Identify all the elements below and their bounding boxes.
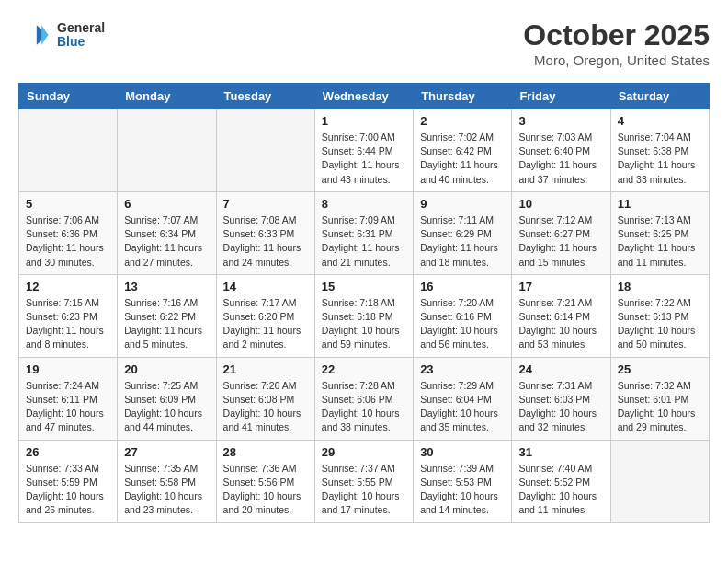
day-info: Sunrise: 7:08 AM Sunset: 6:33 PM Dayligh… (223, 213, 308, 270)
day-cell-2: 2Sunrise: 7:02 AM Sunset: 6:42 PM Daylig… (414, 109, 512, 192)
weekday-header-sunday: Sunday (19, 84, 118, 109)
day-number: 15 (322, 280, 406, 293)
logo-general-text: General (57, 21, 105, 35)
day-number: 5 (26, 197, 110, 211)
day-info: Sunrise: 7:39 AM Sunset: 5:53 PM Dayligh… (420, 462, 505, 518)
week-row-3: 12Sunrise: 7:15 AM Sunset: 6:23 PM Dayli… (19, 274, 710, 357)
day-info: Sunrise: 7:15 AM Sunset: 6:23 PM Dayligh… (26, 296, 110, 352)
day-number: 20 (124, 362, 209, 376)
logo: General Blue (18, 18, 105, 52)
day-info: Sunrise: 7:00 AM Sunset: 6:44 PM Dayligh… (322, 131, 406, 187)
day-info: Sunrise: 7:33 AM Sunset: 5:59 PM Dayligh… (26, 462, 110, 518)
day-number: 19 (26, 362, 110, 376)
day-info: Sunrise: 7:18 AM Sunset: 6:18 PM Dayligh… (322, 296, 406, 352)
weekday-header-tuesday: Tuesday (216, 84, 314, 109)
day-number: 10 (518, 197, 603, 211)
day-info: Sunrise: 7:09 AM Sunset: 6:31 PM Dayligh… (322, 213, 406, 270)
week-row-2: 5Sunrise: 7:06 AM Sunset: 6:36 PM Daylig… (19, 191, 710, 274)
day-cell-8: 8Sunrise: 7:09 AM Sunset: 6:31 PM Daylig… (314, 191, 413, 274)
day-cell-28: 28Sunrise: 7:36 AM Sunset: 5:56 PM Dayli… (216, 440, 314, 523)
day-number: 1 (322, 114, 406, 128)
day-info: Sunrise: 7:28 AM Sunset: 6:06 PM Dayligh… (322, 379, 406, 435)
day-cell-25: 25Sunrise: 7:32 AM Sunset: 6:01 PM Dayli… (610, 357, 709, 440)
day-number: 3 (518, 114, 603, 128)
day-info: Sunrise: 7:21 AM Sunset: 6:14 PM Dayligh… (518, 296, 603, 352)
svg-marker-1 (41, 25, 48, 45)
day-info: Sunrise: 7:36 AM Sunset: 5:56 PM Dayligh… (223, 462, 308, 518)
weekday-header-row: SundayMondayTuesdayWednesdayThursdayFrid… (19, 84, 710, 109)
day-info: Sunrise: 7:25 AM Sunset: 6:09 PM Dayligh… (124, 379, 209, 435)
day-number: 18 (618, 280, 702, 293)
day-number: 22 (322, 362, 406, 376)
day-number: 17 (518, 280, 603, 293)
day-number: 23 (420, 362, 505, 376)
day-info: Sunrise: 7:40 AM Sunset: 5:52 PM Dayligh… (518, 462, 603, 518)
day-number: 16 (420, 280, 505, 293)
day-number: 2 (420, 114, 505, 128)
day-number: 12 (26, 280, 110, 293)
logo-text: General Blue (57, 21, 105, 50)
day-cell-18: 18Sunrise: 7:22 AM Sunset: 6:13 PM Dayli… (610, 274, 709, 357)
day-info: Sunrise: 7:22 AM Sunset: 6:13 PM Dayligh… (618, 296, 702, 352)
day-cell-19: 19Sunrise: 7:24 AM Sunset: 6:11 PM Dayli… (19, 357, 118, 440)
day-cell-10: 10Sunrise: 7:12 AM Sunset: 6:27 PM Dayli… (512, 191, 610, 274)
day-number: 27 (124, 445, 209, 459)
day-info: Sunrise: 7:37 AM Sunset: 5:55 PM Dayligh… (322, 462, 406, 518)
day-info: Sunrise: 7:11 AM Sunset: 6:29 PM Dayligh… (420, 213, 505, 270)
empty-cell (19, 109, 118, 192)
day-cell-13: 13Sunrise: 7:16 AM Sunset: 6:22 PM Dayli… (118, 274, 216, 357)
day-cell-20: 20Sunrise: 7:25 AM Sunset: 6:09 PM Dayli… (118, 357, 216, 440)
day-info: Sunrise: 7:16 AM Sunset: 6:22 PM Dayligh… (124, 296, 209, 352)
week-row-5: 26Sunrise: 7:33 AM Sunset: 5:59 PM Dayli… (19, 440, 710, 523)
day-info: Sunrise: 7:12 AM Sunset: 6:27 PM Dayligh… (518, 213, 603, 270)
day-number: 21 (223, 362, 308, 376)
day-cell-1: 1Sunrise: 7:00 AM Sunset: 6:44 PM Daylig… (314, 109, 413, 192)
day-cell-27: 27Sunrise: 7:35 AM Sunset: 5:58 PM Dayli… (118, 440, 216, 523)
day-info: Sunrise: 7:03 AM Sunset: 6:40 PM Dayligh… (518, 131, 603, 187)
day-cell-17: 17Sunrise: 7:21 AM Sunset: 6:14 PM Dayli… (512, 274, 610, 357)
day-cell-5: 5Sunrise: 7:06 AM Sunset: 6:36 PM Daylig… (19, 191, 118, 274)
day-info: Sunrise: 7:24 AM Sunset: 6:11 PM Dayligh… (26, 379, 110, 435)
day-number: 14 (223, 280, 308, 293)
day-info: Sunrise: 7:29 AM Sunset: 6:04 PM Dayligh… (420, 379, 505, 435)
empty-cell (216, 109, 314, 192)
day-number: 26 (26, 445, 110, 459)
day-cell-29: 29Sunrise: 7:37 AM Sunset: 5:55 PM Dayli… (314, 440, 413, 523)
month-title: October 2025 (523, 18, 710, 52)
weekday-header-wednesday: Wednesday (314, 84, 413, 109)
day-info: Sunrise: 7:32 AM Sunset: 6:01 PM Dayligh… (618, 379, 702, 435)
location: Moro, Oregon, United States (523, 52, 710, 68)
empty-cell (610, 440, 709, 523)
weekday-header-monday: Monday (118, 84, 216, 109)
day-info: Sunrise: 7:02 AM Sunset: 6:42 PM Dayligh… (420, 131, 505, 187)
day-number: 11 (618, 197, 702, 211)
day-info: Sunrise: 7:31 AM Sunset: 6:03 PM Dayligh… (518, 379, 603, 435)
page-header: General Blue October 2025 Moro, Oregon, … (18, 18, 710, 68)
day-cell-11: 11Sunrise: 7:13 AM Sunset: 6:25 PM Dayli… (610, 191, 709, 274)
day-number: 9 (420, 197, 505, 211)
day-info: Sunrise: 7:26 AM Sunset: 6:08 PM Dayligh… (223, 379, 308, 435)
day-info: Sunrise: 7:04 AM Sunset: 6:38 PM Dayligh… (618, 131, 702, 187)
day-cell-31: 31Sunrise: 7:40 AM Sunset: 5:52 PM Dayli… (512, 440, 610, 523)
day-number: 28 (223, 445, 308, 459)
day-cell-6: 6Sunrise: 7:07 AM Sunset: 6:34 PM Daylig… (118, 191, 216, 274)
day-number: 4 (618, 114, 702, 128)
day-number: 30 (420, 445, 505, 459)
day-info: Sunrise: 7:20 AM Sunset: 6:16 PM Dayligh… (420, 296, 505, 352)
day-cell-24: 24Sunrise: 7:31 AM Sunset: 6:03 PM Dayli… (512, 357, 610, 440)
week-row-4: 19Sunrise: 7:24 AM Sunset: 6:11 PM Dayli… (19, 357, 710, 440)
week-row-1: 1Sunrise: 7:00 AM Sunset: 6:44 PM Daylig… (19, 109, 710, 192)
title-block: October 2025 Moro, Oregon, United States (523, 18, 710, 68)
day-cell-16: 16Sunrise: 7:20 AM Sunset: 6:16 PM Dayli… (414, 274, 512, 357)
day-cell-30: 30Sunrise: 7:39 AM Sunset: 5:53 PM Dayli… (414, 440, 512, 523)
day-cell-26: 26Sunrise: 7:33 AM Sunset: 5:59 PM Dayli… (19, 440, 118, 523)
day-cell-9: 9Sunrise: 7:11 AM Sunset: 6:29 PM Daylig… (414, 191, 512, 274)
day-cell-22: 22Sunrise: 7:28 AM Sunset: 6:06 PM Dayli… (314, 357, 413, 440)
empty-cell (118, 109, 216, 192)
weekday-header-friday: Friday (512, 84, 610, 109)
day-info: Sunrise: 7:07 AM Sunset: 6:34 PM Dayligh… (124, 213, 209, 270)
day-cell-14: 14Sunrise: 7:17 AM Sunset: 6:20 PM Dayli… (216, 274, 314, 357)
logo-icon (18, 18, 51, 52)
day-cell-23: 23Sunrise: 7:29 AM Sunset: 6:04 PM Dayli… (414, 357, 512, 440)
calendar-table: SundayMondayTuesdayWednesdayThursdayFrid… (18, 83, 710, 523)
